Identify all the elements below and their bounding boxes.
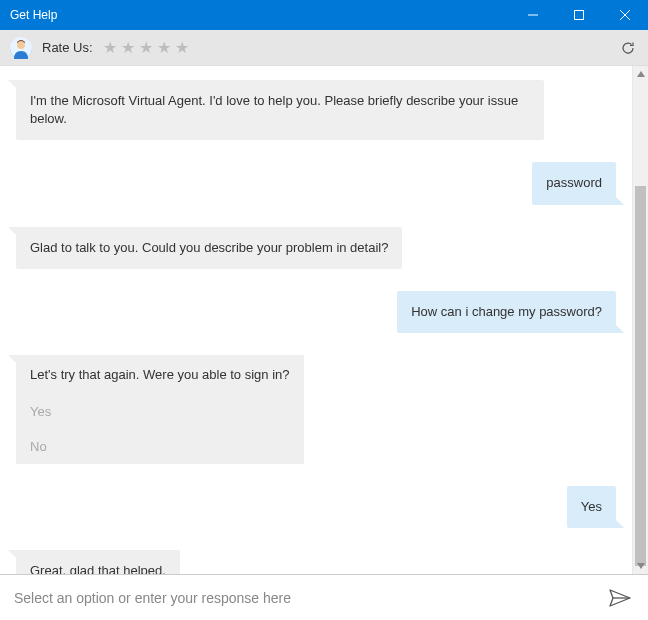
window-title: Get Help bbox=[10, 8, 510, 22]
agent-message-row: Great, glad that helped. bbox=[16, 550, 616, 574]
agent-prompt-question: Let's try that again. Were you able to s… bbox=[16, 355, 304, 394]
minimize-button[interactable] bbox=[510, 0, 556, 30]
star-icon[interactable]: ★ bbox=[139, 38, 153, 57]
prompt-option-no[interactable]: No bbox=[16, 429, 304, 464]
agent-message-row: I'm the Microsoft Virtual Agent. I'd lov… bbox=[16, 80, 616, 140]
star-icon[interactable]: ★ bbox=[175, 38, 189, 57]
user-message: Yes bbox=[567, 486, 616, 528]
send-button[interactable] bbox=[606, 584, 634, 612]
rate-bar: Rate Us: ★ ★ ★ ★ ★ bbox=[0, 30, 648, 66]
user-message-row: Yes bbox=[16, 486, 616, 528]
agent-message: Glad to talk to you. Could you describe … bbox=[16, 227, 402, 269]
window-controls bbox=[510, 0, 648, 30]
vertical-scrollbar[interactable] bbox=[632, 66, 648, 574]
agent-message: I'm the Microsoft Virtual Agent. I'd lov… bbox=[16, 80, 544, 140]
response-input[interactable] bbox=[14, 590, 606, 606]
user-message-row: password bbox=[16, 162, 616, 204]
svg-point-5 bbox=[17, 41, 25, 49]
star-icon[interactable]: ★ bbox=[103, 38, 117, 57]
rate-us-label: Rate Us: bbox=[42, 40, 93, 55]
user-message: How can i change my password? bbox=[397, 291, 616, 333]
scroll-down-icon[interactable] bbox=[633, 558, 648, 574]
input-bar bbox=[0, 574, 648, 620]
chat-area: Hello! I'm the Microsoft Virtual Agent. … bbox=[0, 66, 648, 574]
star-icon[interactable]: ★ bbox=[121, 38, 135, 57]
agent-prompt-block: Let's try that again. Were you able to s… bbox=[16, 355, 304, 464]
agent-message-row: Glad to talk to you. Could you describe … bbox=[16, 227, 616, 269]
rating-stars: ★ ★ ★ ★ ★ bbox=[103, 38, 189, 57]
close-button[interactable] bbox=[602, 0, 648, 30]
scroll-up-icon[interactable] bbox=[633, 66, 648, 82]
chat-messages: Hello! I'm the Microsoft Virtual Agent. … bbox=[0, 66, 632, 574]
maximize-button[interactable] bbox=[556, 0, 602, 30]
refresh-button[interactable] bbox=[618, 38, 638, 58]
prompt-option-yes[interactable]: Yes bbox=[16, 394, 304, 429]
title-bar: Get Help bbox=[0, 0, 648, 30]
svg-rect-1 bbox=[575, 11, 584, 20]
user-message: password bbox=[532, 162, 616, 204]
agent-prompt-row: Let's try that again. Were you able to s… bbox=[16, 355, 616, 464]
scroll-thumb[interactable] bbox=[635, 186, 646, 566]
agent-message: Great, glad that helped. bbox=[16, 550, 180, 574]
star-icon[interactable]: ★ bbox=[157, 38, 171, 57]
user-message-row: How can i change my password? bbox=[16, 291, 616, 333]
agent-avatar-icon bbox=[10, 37, 32, 59]
